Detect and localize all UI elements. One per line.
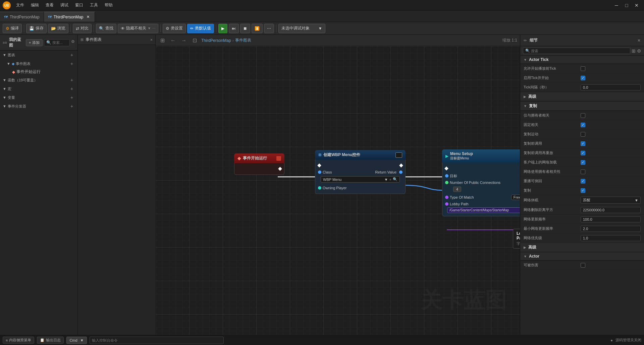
tick-interval-input[interactable] bbox=[581, 84, 641, 90]
section-functions[interactable]: ▼ 函数（19可覆盖） + bbox=[0, 76, 77, 84]
advanced-section-1[interactable]: ▶ 高级 bbox=[520, 92, 644, 101]
net-dormancy-dropdown[interactable]: 苏醒 ▼ bbox=[581, 197, 641, 204]
pause-button[interactable]: ⏫ bbox=[252, 24, 263, 33]
add-macro-button[interactable]: + bbox=[69, 86, 75, 92]
section-variables[interactable]: ▼ 变量 + bbox=[0, 93, 77, 102]
menu-view[interactable]: 查看 bbox=[43, 2, 56, 9]
actor-section[interactable]: ▼ Actor bbox=[520, 252, 644, 261]
event-graph-panel-close[interactable]: × bbox=[150, 38, 153, 42]
my-blueprint-search-input[interactable] bbox=[52, 41, 67, 45]
net-cull-input[interactable] bbox=[581, 207, 641, 213]
tab-2[interactable]: 🗺 ThirdPersonMap ✕ bbox=[44, 12, 95, 22]
menu-edit[interactable]: 编辑 bbox=[28, 2, 42, 9]
start-tick-checkbox[interactable] bbox=[581, 76, 585, 80]
net-owner-rel-checkbox[interactable] bbox=[581, 169, 585, 174]
event-start-run-item[interactable]: ◆ 事件开始运行 bbox=[9, 68, 77, 76]
diff-button[interactable]: ⇄ 对比 bbox=[73, 24, 92, 33]
menu-window[interactable]: 窗口 bbox=[72, 2, 86, 9]
debug-target-dropdown[interactable]: 未选中调试对象 ▼ bbox=[278, 24, 325, 33]
output-log-button[interactable]: 📋 输出日志 bbox=[37, 337, 64, 344]
blueprint-canvas[interactable]: ◆ 事件开始运行 ⊞ 创建WBP Menu控件 bbox=[156, 46, 520, 335]
details-body: ▼ Actor Tick 允许开始播放前Tick 启用Tick并开始 Tick间… bbox=[520, 56, 644, 335]
replication-section[interactable]: ▼ 复制 bbox=[520, 101, 644, 111]
add-event-graph-button[interactable]: + bbox=[69, 61, 75, 67]
breadcrumb-event-graph[interactable]: 事件图表 bbox=[235, 38, 251, 43]
net-update-freq-input[interactable] bbox=[581, 216, 641, 222]
add-dispatcher-button[interactable]: + bbox=[69, 103, 75, 109]
find-button[interactable]: 🔍 查找 bbox=[96, 24, 116, 33]
can-be-damaged-checkbox[interactable] bbox=[581, 263, 585, 268]
toolbar-divider-5 bbox=[216, 24, 216, 32]
tab-1[interactable]: 🗺 ThirdPersonMap bbox=[0, 12, 44, 22]
menu-debug[interactable]: 调试 bbox=[58, 2, 71, 9]
step-button[interactable]: ⏭ bbox=[229, 24, 239, 33]
actor-tick-section[interactable]: ▼ Actor Tick bbox=[520, 56, 644, 64]
menu-tools[interactable]: 工具 bbox=[87, 2, 101, 9]
settings-icon[interactable]: ⚙ bbox=[71, 39, 75, 46]
details-search-input[interactable] bbox=[531, 49, 628, 53]
cmd-dropdown[interactable]: Cmd ▼ bbox=[66, 337, 87, 344]
save-button[interactable]: 💾 保存 bbox=[26, 24, 47, 33]
section-event-dispatchers[interactable]: ▼ 事件分发器 + bbox=[0, 102, 77, 111]
stop-button[interactable]: ⏹ bbox=[240, 24, 250, 33]
source-control-icon: ● bbox=[610, 338, 613, 342]
section-macros[interactable]: ▼ 宏 + bbox=[0, 84, 77, 93]
allow-tick-checkbox[interactable] bbox=[581, 66, 585, 71]
match-type-value: FreeForAll bbox=[511, 195, 520, 200]
minimize-button[interactable]: ─ bbox=[612, 1, 621, 9]
min-net-update-input[interactable] bbox=[581, 226, 641, 232]
left-panel: ≡≡ 我的蓝图 + 添加 🔍 ⚙ ▼ 图表 + ▼ ◆ 事件图表 + bbox=[0, 35, 78, 335]
replicates-checkbox[interactable] bbox=[581, 188, 585, 193]
create-wbp-node[interactable]: ⊞ 创建WBP Menu控件 Class Ret bbox=[315, 150, 406, 194]
replay-rewind-checkbox[interactable] bbox=[581, 179, 585, 184]
class-dropdown-value: WBP Menu bbox=[323, 178, 341, 182]
console-input[interactable] bbox=[90, 337, 224, 344]
content-drawer-button[interactable]: ≡ 内容侧滑菜单 bbox=[3, 337, 34, 344]
always-relevant-checkbox[interactable] bbox=[581, 123, 585, 127]
add-graph-button[interactable]: + bbox=[69, 52, 75, 58]
details-grid-icon[interactable]: ⊞ bbox=[632, 48, 636, 54]
menu-setup-title: Menu Setup bbox=[450, 151, 473, 156]
only-owner-checkbox[interactable] bbox=[581, 113, 585, 118]
menu-setup-node[interactable]: ⊞ ▶ Menu Setup 目标是Menu bbox=[442, 149, 520, 216]
hide-unrelated-button[interactable]: 👁 隐藏不相关 ▼ ⋯ bbox=[118, 24, 158, 33]
close-button[interactable]: ✕ bbox=[632, 1, 641, 9]
replicate-movement-checkbox[interactable] bbox=[581, 132, 585, 137]
section-event-graph[interactable]: ▼ ◆ 事件图表 + bbox=[4, 59, 77, 68]
details-close-icon[interactable]: ✕ bbox=[637, 38, 641, 43]
maximize-button[interactable]: □ bbox=[622, 1, 631, 9]
add-function-button[interactable]: + bbox=[69, 77, 75, 83]
menu-setup-node-icon: ▶ bbox=[445, 154, 448, 158]
class-pin bbox=[318, 170, 321, 174]
more-play-button[interactable]: ⋯ bbox=[264, 24, 274, 33]
lobby-path-input[interactable] bbox=[447, 207, 520, 213]
class-settings-button[interactable]: ⚙ 类设置 bbox=[163, 24, 186, 33]
tab-close-button[interactable]: ✕ bbox=[85, 14, 91, 20]
advanced2-collapse-icon: ▶ bbox=[524, 246, 526, 249]
nav-back-button[interactable]: ← bbox=[169, 37, 177, 45]
play-icon: ▶ bbox=[221, 26, 224, 31]
menu-file[interactable]: 文件 bbox=[13, 2, 27, 9]
advanced-section-2[interactable]: ▶ 高级 bbox=[520, 243, 644, 252]
breadcrumb-map[interactable]: ThirdPersonMap bbox=[201, 38, 231, 43]
hide-icon: 👁 bbox=[121, 26, 125, 31]
play-button[interactable]: ▶ bbox=[218, 24, 227, 33]
class-defaults-button[interactable]: ✏ 类默认值 bbox=[187, 24, 214, 33]
class-dropdown[interactable]: WBP Menu ▼ + 🔍 bbox=[321, 176, 400, 183]
net-load-client-checkbox[interactable] bbox=[581, 160, 585, 165]
call-before-rep-checkbox[interactable] bbox=[581, 141, 585, 146]
add-blueprint-item-button[interactable]: + 添加 bbox=[26, 39, 42, 46]
call-rewind-checkbox[interactable] bbox=[581, 151, 585, 155]
connections-pin bbox=[445, 181, 448, 184]
nav-forward-button[interactable]: → bbox=[180, 37, 188, 45]
browse-button[interactable]: 📂 浏览 bbox=[48, 24, 68, 33]
add-variable-button[interactable]: + bbox=[69, 94, 75, 100]
details-settings-icon[interactable]: ⚙ bbox=[637, 48, 641, 54]
nav-grid-button[interactable]: ⊞ bbox=[158, 37, 166, 45]
event-start-node[interactable]: ◆ 事件开始运行 bbox=[234, 153, 284, 175]
nav-fit-button[interactable]: ⊡ bbox=[191, 37, 199, 45]
section-graph[interactable]: ▼ 图表 + bbox=[0, 51, 77, 59]
net-priority-input[interactable] bbox=[581, 235, 641, 241]
menu-help[interactable]: 帮助 bbox=[102, 2, 115, 9]
compile-button[interactable]: ⚙ 编译 bbox=[3, 24, 22, 33]
